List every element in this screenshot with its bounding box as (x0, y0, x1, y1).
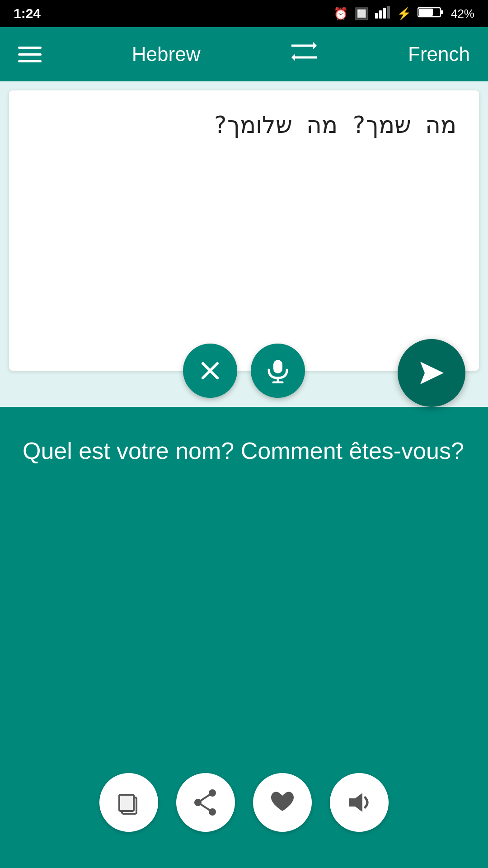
status-bar: 1:24 ⏰ 🔲 ⚡ 42% (0, 0, 488, 27)
svg-line-21 (198, 793, 212, 802)
alarm-icon: ⏰ (333, 7, 348, 21)
svg-rect-17 (119, 795, 134, 811)
translated-text: Quel est votre nom? Comment êtes-vous? (23, 434, 465, 468)
favorite-button[interactable] (253, 773, 312, 832)
swap-languages-button[interactable] (291, 40, 318, 68)
svg-marker-23 (349, 793, 362, 812)
svg-marker-14 (420, 362, 444, 384)
svg-rect-6 (419, 9, 433, 16)
input-area (9, 90, 479, 371)
output-area: Quel est votre nom? Comment êtes-vous? (0, 407, 488, 868)
microphone-button[interactable] (251, 344, 305, 398)
svg-rect-2 (383, 8, 386, 19)
clear-button[interactable] (183, 344, 237, 398)
menu-button[interactable] (18, 47, 42, 62)
svg-rect-5 (441, 10, 443, 14)
svg-rect-11 (273, 360, 282, 373)
source-language[interactable]: Hebrew (132, 43, 201, 66)
status-time: 1:24 (14, 6, 41, 21)
target-language[interactable]: French (408, 43, 470, 66)
sim-icon: 🔲 (354, 7, 369, 21)
battery-percent: 42% (451, 7, 474, 21)
send-translate-button[interactable] (398, 339, 465, 407)
status-icons: ⏰ 🔲 ⚡ 42% (333, 6, 474, 22)
source-text-input[interactable] (9, 90, 479, 326)
battery-icon (418, 6, 445, 22)
output-actions (99, 773, 389, 832)
charging-icon: ⚡ (397, 7, 411, 21)
copy-button[interactable] (99, 773, 158, 832)
share-button[interactable] (176, 773, 235, 832)
input-actions (183, 344, 305, 398)
svg-rect-0 (375, 13, 378, 19)
svg-rect-1 (379, 10, 382, 19)
top-bar: Hebrew French (0, 27, 488, 81)
svg-rect-3 (387, 6, 390, 19)
speak-button[interactable] (330, 773, 389, 832)
signal-icon (375, 6, 390, 22)
svg-line-22 (198, 802, 212, 812)
